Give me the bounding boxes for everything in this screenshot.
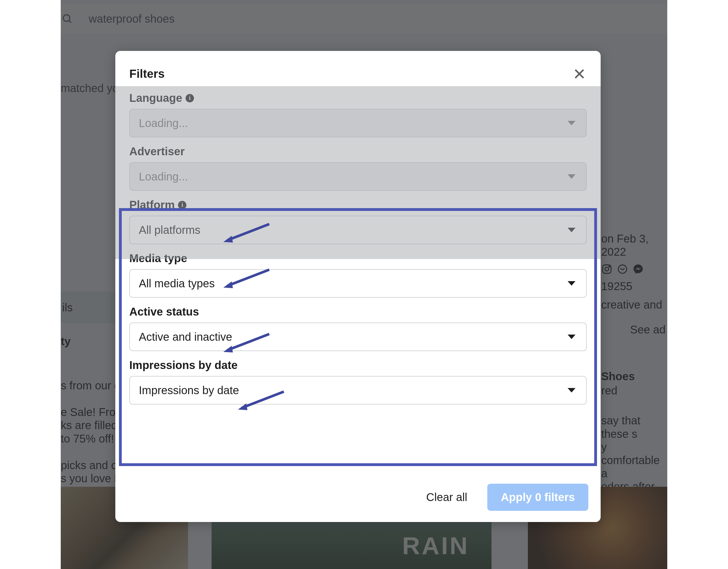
advertiser-select-value: Loading...: [139, 170, 188, 183]
platform-label: Platform: [129, 199, 175, 211]
advertiser-select[interactable]: Loading...: [129, 162, 587, 191]
language-select-value: Loading...: [139, 117, 188, 130]
platform-select-value: All platforms: [139, 224, 200, 237]
chevron-down-icon: [568, 388, 575, 392]
impressions-select-value: Impressions by date: [139, 384, 239, 397]
close-button[interactable]: [572, 67, 587, 81]
chevron-down-icon: [568, 281, 575, 285]
media-type-select[interactable]: All media types: [129, 269, 587, 297]
active-status-select[interactable]: Active and inactive: [129, 322, 587, 351]
language-select[interactable]: Loading...: [129, 109, 587, 137]
active-status-label: Active status: [129, 305, 199, 318]
chevron-down-icon: [568, 121, 575, 125]
info-icon[interactable]: i: [186, 94, 194, 102]
media-type-label: Media type: [129, 252, 187, 265]
language-filter-group: Language i Loading...: [129, 92, 587, 137]
close-icon: [573, 68, 586, 80]
info-icon[interactable]: i: [178, 201, 186, 209]
advertiser-filter-group: Advertiser Loading...: [129, 145, 587, 191]
apply-filters-button[interactable]: Apply 0 filters: [487, 484, 588, 511]
impressions-select[interactable]: Impressions by date: [129, 376, 587, 404]
chevron-down-icon: [568, 228, 575, 232]
modal-title: Filters: [129, 67, 165, 81]
impressions-label: Impressions by date: [129, 359, 238, 371]
language-label: Language: [129, 92, 182, 104]
filters-modal: Filters Language i Loading... Advertiser: [115, 51, 601, 522]
platform-filter-group: Platform i All platforms: [129, 199, 587, 244]
active-status-select-value: Active and inactive: [139, 331, 232, 343]
clear-all-button[interactable]: Clear all: [423, 484, 471, 510]
media-type-select-value: All media types: [139, 277, 215, 290]
advertiser-label: Advertiser: [129, 145, 185, 158]
chevron-down-icon: [568, 174, 575, 179]
media-type-filter-group: Media type All media types: [129, 252, 587, 297]
platform-select[interactable]: All platforms: [129, 216, 587, 244]
active-status-filter-group: Active status Active and inactive: [129, 305, 587, 351]
impressions-filter-group: Impressions by date Impressions by date: [129, 359, 587, 404]
chevron-down-icon: [568, 334, 575, 339]
